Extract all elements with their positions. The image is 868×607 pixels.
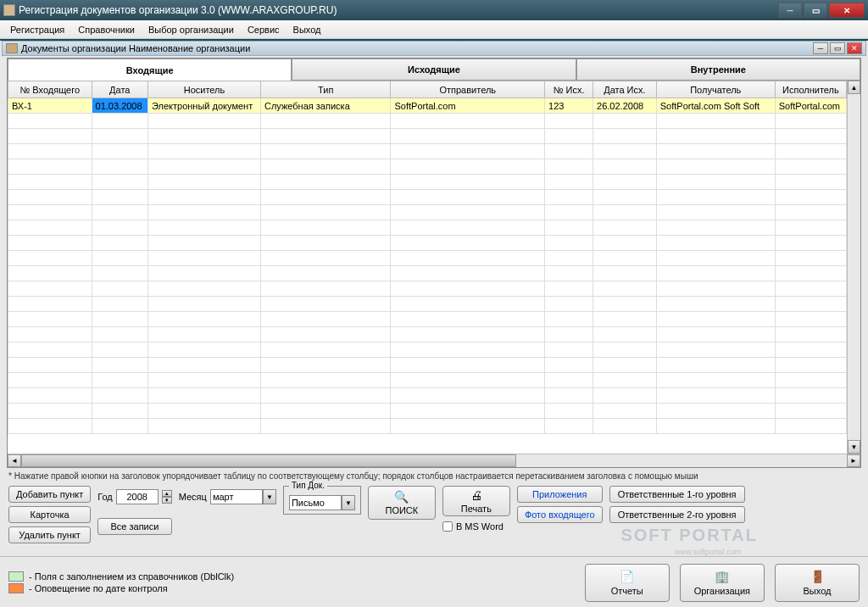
table-cell [148, 342, 261, 358]
table-cell [593, 129, 657, 144]
grid-hint: * Нажатие правой кнопки на заголовок упо… [0, 470, 868, 482]
exit-button[interactable]: 🚪 Выход [775, 564, 860, 602]
scroll-down-icon[interactable]: ▼ [848, 440, 860, 454]
menu-org-select[interactable]: Выбор организации [142, 22, 241, 37]
col-out-date[interactable]: Дата Исх. [593, 81, 657, 98]
menu-exit[interactable]: Выход [287, 22, 328, 37]
tab-bar: Входящие Исходящие Внутренние [8, 58, 860, 81]
table-cell [593, 388, 657, 404]
table-cell[interactable]: SoftPortal.com Soft Soft [656, 98, 775, 114]
delete-item-button[interactable]: Удалить пункт [8, 526, 91, 543]
tab-outgoing[interactable]: Исходящие [292, 58, 576, 81]
scroll-track[interactable] [848, 94, 860, 440]
table-cell [656, 175, 775, 190]
table-row[interactable]: ВХ-101.03.2008Электронный документСлужеб… [8, 98, 847, 114]
reports-button[interactable]: 📄 Отчеты [585, 564, 670, 602]
all-records-button[interactable]: Все записи [97, 518, 172, 535]
responsible-1-button[interactable]: Ответственные 1-го уровня [609, 486, 745, 503]
year-down-icon[interactable]: ▼ [162, 497, 172, 504]
scroll-left-icon[interactable]: ◄ [8, 454, 21, 467]
horizontal-scrollbar[interactable]: ◄ ► [8, 454, 860, 467]
col-sender[interactable]: Отправитель [391, 81, 545, 98]
table-cell [775, 190, 846, 205]
table-cell [260, 190, 391, 205]
table-cell [656, 159, 775, 175]
mdi-title: Документы организации Наименование орган… [21, 43, 813, 53]
scroll-right-icon[interactable]: ► [847, 454, 860, 467]
scroll-up-icon[interactable]: ▲ [848, 81, 860, 94]
search-button[interactable]: 🔍 ПОИСК [368, 486, 436, 520]
menu-registration[interactable]: Регистрация [3, 22, 71, 37]
col-out-num[interactable]: № Исх. [545, 81, 593, 98]
col-executor[interactable]: Исполнитель [775, 81, 846, 98]
table-row [8, 297, 847, 312]
col-recipient[interactable]: Получатель [656, 81, 775, 98]
table-cell [545, 175, 593, 190]
mdi-maximize-button[interactable]: ▭ [830, 42, 845, 54]
year-input[interactable] [116, 489, 159, 504]
table-cell [8, 266, 92, 281]
hscroll-track[interactable] [21, 454, 847, 467]
chevron-down-icon[interactable]: ▼ [263, 489, 276, 504]
year-up-icon[interactable]: ▲ [162, 490, 172, 497]
doc-type-fieldset: Тип Док. ▼ [283, 486, 361, 515]
minimize-button[interactable]: ─ [778, 3, 802, 18]
table-cell [148, 129, 261, 144]
col-carrier[interactable]: Носитель [148, 81, 261, 98]
hscroll-thumb[interactable] [21, 454, 516, 467]
table-cell[interactable]: SoftPortal.com [775, 98, 846, 114]
table-cell[interactable]: SoftPortal.com [391, 98, 545, 114]
msword-checkbox[interactable] [442, 521, 453, 532]
month-combo[interactable] [210, 489, 263, 504]
table-row [8, 388, 847, 404]
print-button[interactable]: 🖨 Печать [442, 486, 510, 516]
tab-incoming[interactable]: Входящие [8, 58, 292, 81]
table-cell [775, 251, 846, 266]
attachments-button[interactable]: Приложения [517, 486, 603, 503]
table-cell[interactable]: 123 [545, 98, 593, 114]
tab-internal[interactable]: Внутренние [576, 58, 860, 81]
menu-service[interactable]: Сервис [241, 22, 287, 37]
documents-grid[interactable]: № Входящего Дата Носитель Тип Отправител… [8, 81, 847, 454]
col-date[interactable]: Дата [92, 81, 147, 98]
doc-type-combo[interactable] [289, 495, 342, 510]
print-label: Печать [461, 504, 492, 514]
table-cell [8, 404, 92, 419]
table-cell[interactable]: Служебная записка [260, 98, 391, 114]
col-incoming-num[interactable]: № Входящего [8, 81, 92, 98]
table-cell [775, 159, 846, 175]
building-icon: 🏢 [715, 570, 729, 583]
table-cell [260, 358, 391, 373]
maximize-button[interactable]: ▭ [804, 3, 827, 18]
col-type[interactable]: Тип [260, 81, 391, 98]
responsible-2-button[interactable]: Ответственные 2-го уровня [609, 506, 745, 523]
table-cell [8, 220, 92, 236]
table-row [8, 175, 847, 190]
table-row [8, 114, 847, 129]
table-cell [545, 297, 593, 312]
table-cell [260, 419, 391, 434]
table-cell [391, 358, 545, 373]
mdi-minimize-button[interactable]: ─ [813, 42, 828, 54]
add-item-button[interactable]: Добавить пункт [8, 486, 91, 503]
table-cell [8, 114, 92, 129]
table-cell [8, 205, 92, 220]
table-cell [593, 281, 657, 297]
table-cell[interactable]: 26.02.2008 [593, 98, 657, 114]
card-button[interactable]: Карточка [8, 506, 91, 523]
table-cell[interactable]: Электронный документ [148, 98, 261, 114]
organization-button[interactable]: 🏢 Организация [680, 564, 765, 602]
photo-button[interactable]: Фото входящего [517, 506, 603, 523]
table-cell [260, 312, 391, 327]
table-cell [8, 159, 92, 175]
chevron-down-icon[interactable]: ▼ [342, 495, 355, 510]
exit-label: Выход [804, 586, 832, 596]
mdi-close-button[interactable]: ✕ [847, 42, 862, 54]
table-cell[interactable]: ВХ-1 [8, 98, 92, 114]
table-cell [148, 404, 261, 419]
menu-references[interactable]: Справочники [71, 22, 142, 37]
table-cell [775, 281, 846, 297]
table-cell[interactable]: 01.03.2008 [92, 98, 147, 114]
close-button[interactable]: ✕ [829, 3, 865, 18]
vertical-scrollbar[interactable]: ▲ ▼ [847, 81, 860, 454]
